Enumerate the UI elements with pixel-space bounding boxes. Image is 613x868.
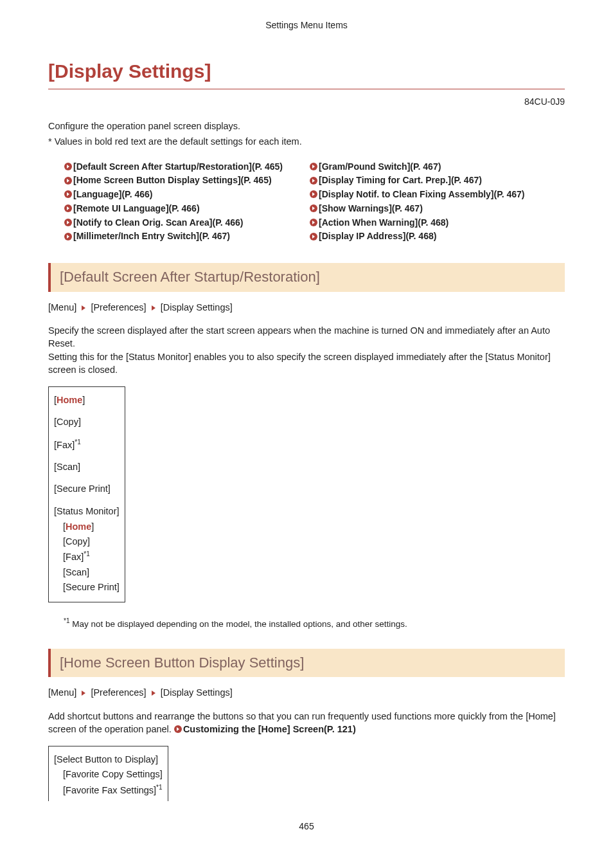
option-item: [Fax]*1	[63, 550, 120, 563]
bullet-icon	[310, 233, 317, 240]
sub-option-list: [Home] [Copy] [Fax]*1 [Scan] [Secure Pri…	[54, 520, 120, 593]
section-heading: [Home Screen Button Display Settings]	[48, 649, 565, 678]
breadcrumb: [Menu] [Preferences] [Display Settings]	[48, 301, 565, 314]
toc-link[interactable]: [Default Screen After Startup/Restoratio…	[64, 160, 303, 174]
bullet-icon	[310, 163, 317, 170]
sub-option-list: [Favorite Copy Settings] [Favorite Fax S…	[54, 768, 163, 796]
inline-link[interactable]: Customizing the [Home] Screen(P. 121)	[183, 724, 356, 734]
option-item: [Select Button to Display]	[54, 753, 163, 766]
option-item: [Home]	[63, 520, 120, 533]
option-item: [Home]	[54, 393, 120, 406]
breadcrumb-item: [Display Settings]	[161, 687, 233, 698]
option-item: [Status Monitor]	[54, 505, 120, 518]
option-item: [Favorite Copy Settings]	[63, 768, 163, 781]
footnote: *1 May not be displayed depending on the…	[64, 617, 565, 630]
bullet-icon	[64, 233, 72, 240]
section-description: Specify the screen displayed after the s…	[48, 324, 565, 376]
options-box: [Select Button to Display] [Favorite Cop…	[48, 746, 168, 801]
breadcrumb-item: [Menu]	[48, 687, 76, 698]
breadcrumb-item: [Preferences]	[91, 302, 146, 312]
chevron-right-icon	[152, 691, 155, 696]
toc-link[interactable]: [Language](P. 466)	[64, 188, 303, 202]
breadcrumb-item: [Display Settings]	[161, 302, 233, 312]
option-item: [Secure Print]	[54, 482, 120, 495]
page-title: [Display Settings]	[48, 58, 565, 89]
bullet-icon	[310, 219, 317, 226]
toc-link[interactable]: [Remote UI Language](P. 466)	[64, 202, 303, 216]
chevron-right-icon	[82, 305, 85, 311]
option-item: [Favorite Fax Settings]*1	[63, 783, 163, 797]
bullet-icon	[310, 204, 317, 212]
section-description: Add shortcut buttons and rearrange the b…	[48, 710, 565, 736]
breadcrumb-item: [Preferences]	[91, 687, 146, 698]
option-item: [Copy]	[54, 415, 120, 428]
bullet-icon	[64, 219, 72, 226]
bullet-icon	[64, 204, 72, 212]
page-number: 465	[48, 820, 565, 833]
toc-link[interactable]: [Home Screen Button Display Settings](P.…	[64, 174, 303, 188]
toc-link[interactable]: [Notify to Clean Orig. Scan Area](P. 466…	[64, 216, 303, 230]
toc-col-right: [Gram/Pound Switch](P. 467) [Display Tim…	[310, 160, 549, 244]
bullet-icon	[310, 190, 317, 198]
bullet-icon	[174, 725, 182, 733]
option-item: [Scan]	[54, 460, 120, 473]
document-code: 84CU-0J9	[48, 96, 565, 109]
chevron-right-icon	[152, 305, 155, 311]
section-heading: [Default Screen After Startup/Restoratio…	[48, 263, 565, 292]
toc-link[interactable]: [Display Notif. to Clean Fixing Assembly…	[310, 188, 549, 202]
bullet-icon	[64, 163, 72, 170]
option-item: [Scan]	[63, 566, 120, 579]
bullet-icon	[310, 177, 317, 185]
option-item: [Fax]*1	[54, 438, 120, 451]
toc-links: [Default Screen After Startup/Restoratio…	[48, 160, 565, 244]
section-default-screen: [Default Screen After Startup/Restoratio…	[48, 263, 565, 631]
running-header: Settings Menu Items	[48, 19, 565, 32]
toc-link[interactable]: [Show Warnings](P. 467)	[310, 202, 549, 216]
toc-link[interactable]: [Display IP Address](P. 468)	[310, 230, 549, 244]
options-box: [Home] [Copy] [Fax]*1 [Scan] [Secure Pri…	[48, 386, 125, 602]
option-item: [Secure Print]	[63, 581, 120, 593]
chevron-right-icon	[82, 691, 85, 696]
toc-link[interactable]: [Millimeter/Inch Entry Switch](P. 467)	[64, 230, 303, 244]
section-home-screen-buttons: [Home Screen Button Display Settings] [M…	[48, 649, 565, 801]
intro-text: Configure the operation panel screen dis…	[48, 120, 565, 132]
option-item: [Copy]	[63, 535, 120, 548]
toc-col-left: [Default Screen After Startup/Restoratio…	[64, 160, 303, 244]
toc-link[interactable]: [Gram/Pound Switch](P. 467)	[310, 160, 549, 174]
toc-link[interactable]: [Action When Warning](P. 468)	[310, 216, 549, 230]
breadcrumb: [Menu] [Preferences] [Display Settings]	[48, 686, 565, 699]
breadcrumb-item: [Menu]	[48, 302, 76, 312]
bullet-icon	[64, 177, 72, 185]
toc-link[interactable]: [Display Timing for Cart. Prep.](P. 467)	[310, 174, 549, 188]
bullet-icon	[64, 190, 72, 198]
note-text: * Values in bold red text are the defaul…	[48, 135, 565, 148]
